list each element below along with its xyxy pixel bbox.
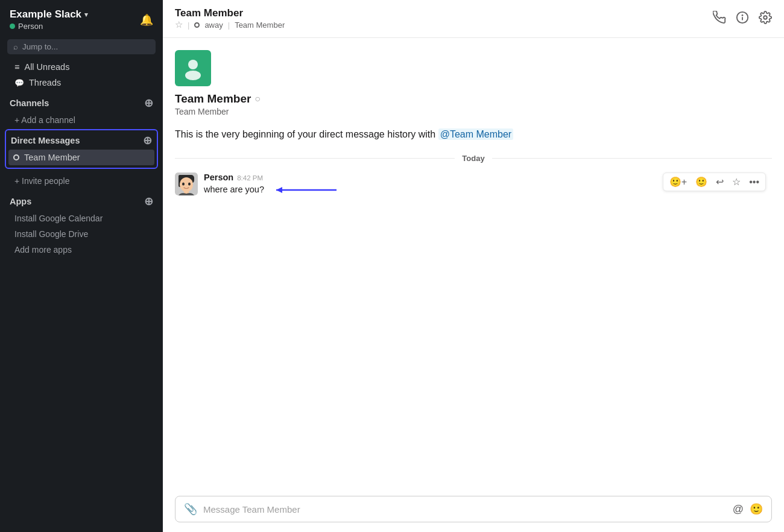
sidebar-item-all-unreads[interactable]: ≡ All Unreads xyxy=(5,60,158,74)
table-row: Person 8:42 PM where are you? 🙂+ 🙂 xyxy=(175,169,772,200)
sidebar: Example Slack ▾ Person 🔔 ⌕ Jump to... ≡ … xyxy=(0,0,163,532)
add-reaction-icon[interactable]: 🙂+ xyxy=(667,175,689,189)
chat-body[interactable]: Team Member ○ Team Member This is the ve… xyxy=(163,38,784,490)
add-channel-icon[interactable]: ⊕ xyxy=(144,97,153,110)
at-mention-icon[interactable]: @ xyxy=(733,503,744,516)
contact-name-text: Team Member xyxy=(175,92,251,106)
apps-section-header[interactable]: Apps ⊕ xyxy=(0,189,163,211)
reply-icon[interactable]: ↩ xyxy=(713,175,726,189)
add-more-apps-button[interactable]: Add more apps xyxy=(5,242,158,257)
workspace-name-button[interactable]: Example Slack ▾ xyxy=(10,8,88,21)
attach-icon[interactable]: 📎 xyxy=(184,502,197,516)
chat-header-title-group: Team Member ☆ | away | Team Member xyxy=(175,7,285,30)
settings-gear-icon[interactable] xyxy=(759,11,772,27)
input-right-icons: @ 🙂 xyxy=(733,502,763,516)
channels-section-header[interactable]: Channels ⊕ xyxy=(0,90,163,112)
emoji-picker-icon[interactable]: 🙂 xyxy=(750,502,763,516)
message-actions: 🙂+ 🙂 ↩ ☆ ••• xyxy=(663,173,766,191)
divider-line-left xyxy=(175,158,455,159)
direct-messages-section: Direct Messages ⊕ Team Member xyxy=(5,129,158,169)
search-icon: ⌕ xyxy=(13,42,18,51)
svg-point-9 xyxy=(180,177,193,192)
emoji-icon[interactable]: 🙂 xyxy=(693,175,710,189)
workspace-name-label: Example Slack xyxy=(10,8,81,21)
notifications-bell-icon[interactable]: 🔔 xyxy=(140,13,153,27)
dm-item-team-member[interactable]: Team Member xyxy=(8,150,154,165)
svg-point-5 xyxy=(185,71,201,80)
sidebar-header: Example Slack ▾ Person 🔔 xyxy=(0,0,163,37)
message-input[interactable] xyxy=(203,504,727,515)
away-status-icon xyxy=(194,22,200,28)
chat-title: Team Member xyxy=(175,7,285,19)
invite-people-button[interactable]: + Invite people xyxy=(5,174,158,188)
install-google-calendar-label: Install Google Calendar xyxy=(14,214,103,223)
contact-intro-subtitle: Team Member xyxy=(175,107,229,116)
message-input-box: 📎 @ 🙂 xyxy=(175,496,772,522)
team-member-presence-icon xyxy=(13,154,19,160)
chat-header-meta: ☆ | away | Team Member xyxy=(175,19,285,30)
dm-team-member-label: Team Member xyxy=(24,153,80,162)
direct-messages-header[interactable]: Direct Messages ⊕ xyxy=(6,130,157,148)
user-status-dot xyxy=(10,24,15,29)
mention-link[interactable]: @Team Member xyxy=(438,128,514,140)
user-status-row: Person xyxy=(10,22,88,31)
search-placeholder-text: Jump to... xyxy=(22,42,58,51)
intro-body-copy: This is the very beginning of your direc… xyxy=(175,129,435,139)
search-bar[interactable]: ⌕ Jump to... xyxy=(7,39,156,54)
intro-body-text: This is the very beginning of your direc… xyxy=(175,127,513,142)
breadcrumb-label: Team Member xyxy=(235,21,285,30)
avatar xyxy=(175,173,198,195)
main-content: Team Member ☆ | away | Team Member xyxy=(163,0,784,532)
chat-header-left: Team Member ☆ | away | Team Member xyxy=(175,7,285,30)
contact-avatar-large xyxy=(175,50,211,86)
arrow-annotation xyxy=(270,183,343,197)
channels-label: Channels xyxy=(10,98,49,108)
more-actions-icon[interactable]: ••• xyxy=(747,176,762,189)
dm-intro-section: Team Member ○ Team Member This is the ve… xyxy=(175,50,772,142)
info-icon[interactable] xyxy=(736,11,749,27)
add-more-apps-label: Add more apps xyxy=(14,245,72,255)
svg-marker-14 xyxy=(276,187,282,193)
message-author: Person xyxy=(204,173,233,182)
divider-line-right xyxy=(492,158,772,159)
threads-icon: 💬 xyxy=(14,78,24,87)
install-google-drive-label: Install Google Drive xyxy=(14,229,88,239)
svg-point-4 xyxy=(188,60,198,69)
message-body: where are you? xyxy=(204,183,264,197)
chat-title-text: Team Member xyxy=(175,7,243,19)
add-channel-label: + Add a channel xyxy=(14,115,75,125)
today-label: Today xyxy=(462,154,484,163)
add-dm-icon[interactable]: ⊕ xyxy=(143,134,152,147)
direct-messages-label: Direct Messages xyxy=(11,136,80,145)
pipe-divider: | xyxy=(188,21,189,30)
all-unreads-label: All Unreads xyxy=(24,62,69,72)
install-google-calendar-button[interactable]: Install Google Calendar xyxy=(5,211,158,226)
message-input-area: 📎 @ 🙂 xyxy=(163,490,784,532)
svg-point-3 xyxy=(763,16,767,19)
away-status-label: away xyxy=(204,21,223,30)
install-google-drive-button[interactable]: Install Google Drive xyxy=(5,227,158,241)
add-channel-button[interactable]: + Add a channel xyxy=(5,113,158,127)
star-message-icon[interactable]: ☆ xyxy=(730,175,743,189)
star-icon[interactable]: ☆ xyxy=(175,19,183,30)
all-unreads-icon: ≡ xyxy=(14,62,19,72)
svg-point-11 xyxy=(188,183,191,186)
apps-label: Apps xyxy=(10,197,31,206)
sidebar-item-threads[interactable]: 💬 Threads xyxy=(5,75,158,90)
user-name-label: Person xyxy=(18,22,43,31)
pipe-divider-2: | xyxy=(228,21,230,30)
chat-header: Team Member ☆ | away | Team Member xyxy=(163,0,784,38)
add-app-icon[interactable]: ⊕ xyxy=(144,195,153,208)
contact-intro-name: Team Member ○ xyxy=(175,92,261,106)
message-timestamp: 8:42 PM xyxy=(237,174,263,182)
workspace-chevron-icon: ▾ xyxy=(84,11,88,19)
today-divider: Today xyxy=(175,154,772,163)
chat-header-actions xyxy=(713,11,772,27)
call-icon[interactable] xyxy=(713,11,726,27)
away-circle-icon: ○ xyxy=(254,93,261,104)
threads-label: Threads xyxy=(29,78,61,87)
svg-point-10 xyxy=(182,183,185,186)
workspace-info: Example Slack ▾ Person xyxy=(10,8,88,31)
invite-people-label: + Invite people xyxy=(14,176,69,186)
